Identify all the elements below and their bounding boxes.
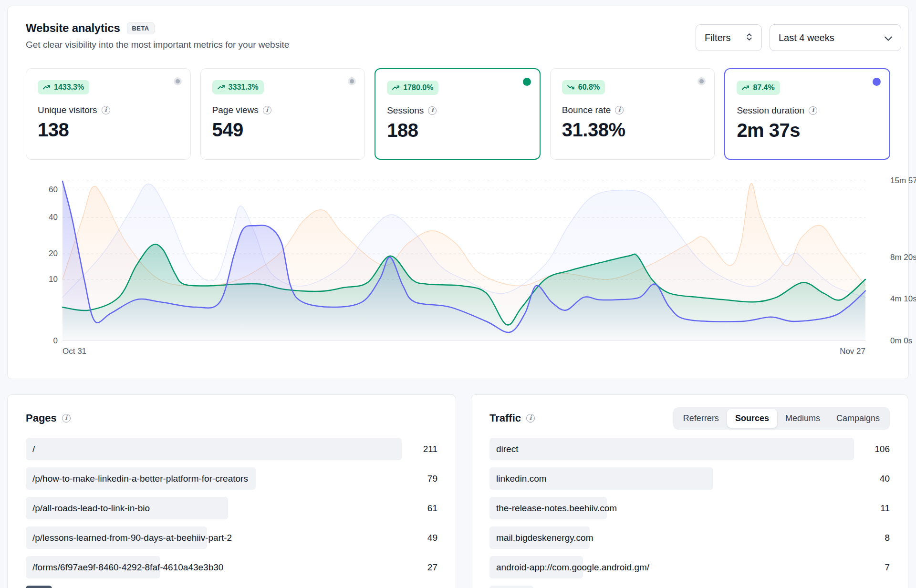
x-axis-end-label: Nov 27 — [840, 347, 865, 356]
analytics-header: Website analytics BETA Get clear visibil… — [26, 21, 289, 50]
metric-card-bounce-rate[interactable]: 60.8% Bounce rate i 31.38% — [550, 68, 715, 160]
info-icon: i — [263, 106, 271, 114]
bar-track: linkedin.com — [489, 467, 854, 490]
bar-track — [489, 586, 854, 588]
list-item[interactable]: mail.bigdeskenergy.com 8 — [489, 526, 890, 549]
trend-badge-value: 3331.3% — [229, 83, 259, 92]
metric-card-unique-visitors[interactable]: 1433.3% Unique visitors i 138 — [26, 68, 191, 160]
list-item-label: /forms/6f97ae9f-8460-4292-8faf-4610a43e3… — [32, 556, 223, 578]
metric-card-sessions[interactable]: 1780.0% Sessions i 188 — [375, 68, 541, 160]
list-item-value: 11 — [880, 497, 890, 519]
metric-value: 138 — [38, 119, 179, 141]
bar-track: android-app://com.google.android.gm/ — [489, 556, 854, 578]
tab-mediums[interactable]: Mediums — [777, 409, 828, 428]
list-item-label: android-app://com.google.android.gm/ — [496, 556, 649, 578]
bar-track: the-release-notes.beehiiv.com — [489, 497, 854, 519]
value-bar — [26, 586, 52, 588]
trend-badge: 87.4% — [737, 81, 780, 95]
list-item-value: 40 — [880, 467, 890, 490]
list-item-label: /p/lessons-learned-from-90-days-at-beehi… — [32, 526, 232, 549]
trend-badge-value: 1780.0% — [403, 83, 433, 92]
list-item-value: 7 — [885, 556, 890, 578]
x-axis-labels: Oct 31 Nov 27 — [62, 347, 865, 356]
trend-badge-value: 87.4% — [753, 83, 774, 92]
pages-card: Pages i / 211 /p/how-to-make-linkedin-a-… — [7, 394, 456, 588]
list-item-label: direct — [496, 438, 518, 460]
list-item[interactable]: / 211 — [26, 438, 437, 460]
list-item-partial[interactable] — [489, 586, 890, 588]
website-analytics-card: Website analytics BETA Get clear visibil… — [7, 6, 909, 379]
trend-badge: 60.8% — [562, 80, 605, 94]
y-right-tick: 0m 0s — [890, 336, 912, 346]
chart-canvas[interactable] — [62, 178, 865, 341]
list-item[interactable]: android-app://com.google.android.gm/ 7 — [489, 556, 890, 578]
trend-up-icon — [43, 83, 50, 92]
metric-value: 188 — [387, 120, 528, 141]
list-item[interactable]: /forms/6f97ae9f-8460-4292-8faf-4610a43e3… — [26, 556, 437, 578]
info-icon: i — [62, 414, 71, 423]
metric-radio[interactable] — [873, 78, 881, 86]
metric-radio[interactable] — [174, 77, 182, 85]
trend-up-icon — [392, 83, 399, 92]
metric-card-session-duration[interactable]: 87.4% Session duration i 2m 37s — [724, 68, 890, 160]
metric-radio[interactable] — [523, 78, 531, 86]
list-item-value: 27 — [427, 556, 437, 578]
list-item[interactable]: direct 106 — [489, 438, 890, 460]
info-icon: i — [809, 106, 817, 115]
bar-track: mail.bigdeskenergy.com — [489, 526, 854, 549]
bar-track — [26, 586, 402, 588]
list-item[interactable]: the-release-notes.beehiiv.com 11 — [489, 497, 890, 519]
trend-badge-value: 1433.3% — [54, 83, 84, 92]
y-left-tick: 40 — [49, 213, 58, 222]
tab-sources[interactable]: Sources — [727, 409, 777, 428]
list-item[interactable]: /p/how-to-make-linkedin-a-better-platfor… — [26, 467, 437, 490]
y-right-tick: 4m 10s — [890, 294, 916, 304]
traffic-tabs: ReferrersSourcesMediumsCampaigns — [673, 407, 890, 430]
metric-card-page-views[interactable]: 3331.3% Page views i 549 — [200, 68, 365, 160]
list-item-label: /p/all-roads-lead-to-link-in-bio — [32, 497, 150, 519]
y-right-tick: 8m 20s — [890, 253, 916, 262]
date-range-value: Last 4 weeks — [779, 32, 834, 43]
list-item[interactable]: /p/lessons-learned-from-90-days-at-beehi… — [26, 526, 437, 549]
trend-up-icon — [742, 83, 749, 92]
list-item-partial[interactable] — [26, 586, 437, 588]
y-left-tick: 60 — [49, 185, 58, 195]
value-bar — [489, 586, 533, 588]
tab-referrers[interactable]: Referrers — [675, 409, 727, 428]
analytics-chart[interactable] — [62, 178, 865, 341]
list-item-label: mail.bigdeskenergy.com — [496, 526, 593, 549]
list-item-value: 211 — [423, 438, 437, 460]
tab-campaigns[interactable]: Campaigns — [828, 409, 888, 428]
trend-down-icon — [567, 83, 574, 92]
unfold-chevrons-icon — [746, 32, 753, 43]
y-left-tick: 10 — [49, 275, 58, 284]
traffic-list: direct 106 linkedin.com 40 the-release-n… — [489, 438, 890, 588]
bar-track: /forms/6f97ae9f-8460-4292-8faf-4610a43e3… — [26, 556, 402, 578]
date-range-select[interactable]: Last 4 weeks — [770, 24, 901, 51]
list-item[interactable]: linkedin.com 40 — [489, 467, 890, 490]
bar-track: direct — [489, 438, 854, 460]
metric-label: Bounce rate — [562, 105, 611, 115]
metric-radio[interactable] — [348, 77, 356, 85]
page-subtitle: Get clear visibility into the most impor… — [26, 40, 289, 50]
page-title: Website analytics — [26, 21, 120, 35]
trend-badge: 1780.0% — [387, 81, 438, 95]
info-icon: i — [428, 106, 437, 115]
bar-track: /p/how-to-make-linkedin-a-better-platfor… — [26, 467, 402, 490]
y-left-tick: 0 — [53, 336, 58, 346]
filters-button[interactable]: Filters — [696, 24, 762, 51]
list-item-value: 61 — [427, 497, 437, 519]
bar-track: / — [26, 438, 402, 460]
pages-title: Pages — [26, 412, 57, 424]
pages-header: Pages i — [26, 411, 437, 425]
list-item[interactable]: /p/all-roads-lead-to-link-in-bio 61 — [26, 497, 437, 519]
metric-radio[interactable] — [697, 77, 706, 85]
list-item-label: linkedin.com — [496, 467, 547, 490]
metric-label: Sessions — [387, 105, 424, 116]
metrics-row: 1433.3% Unique visitors i 138 3331.3% Pa — [26, 68, 890, 160]
list-item-value: 49 — [427, 526, 437, 549]
metric-value: 31.38% — [562, 119, 703, 141]
info-icon: i — [615, 106, 624, 114]
metric-label: Page views — [212, 105, 259, 115]
y-right-tick: 15m 57s — [890, 176, 916, 186]
